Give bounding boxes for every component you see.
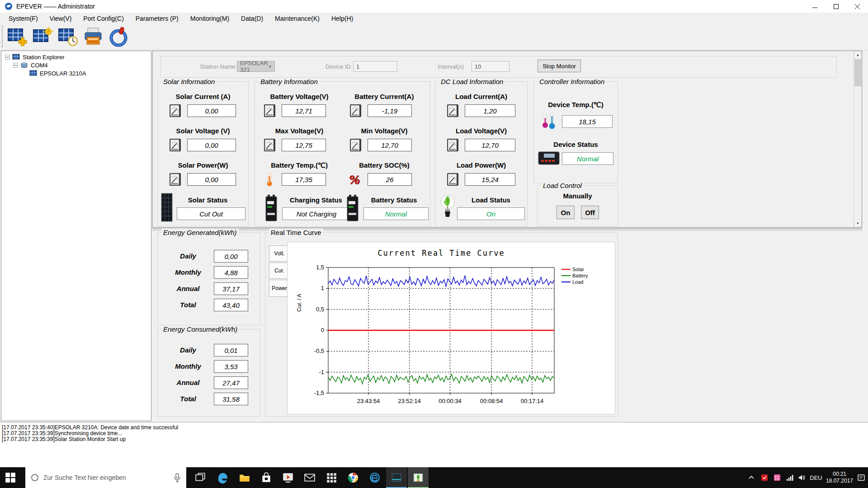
station-monitor-icon[interactable] [32, 26, 53, 48]
scroll-up-arrow[interactable]: ▲ [854, 51, 862, 59]
load-voltage-label: Load Voltage(V) [435, 127, 527, 135]
start-button[interactable] [0, 467, 21, 488]
tree-item-epsolar-3210a[interactable]: EPSOLAR 3210A [29, 69, 86, 77]
menu-help[interactable]: Help(H) [326, 14, 359, 23]
tray-pink-icon[interactable] [771, 467, 783, 488]
svg-text:00:17:14: 00:17:14 [521, 398, 544, 404]
charging-status-value: Not Charging [282, 207, 351, 220]
chrome-icon[interactable] [343, 467, 363, 488]
tray-time: 00:21 [833, 471, 846, 478]
notification-icon[interactable] [855, 467, 867, 488]
print-icon[interactable] [82, 26, 104, 48]
file-explorer-icon[interactable] [234, 467, 255, 488]
app-logo-icon [5, 2, 13, 10]
clock[interactable]: 00:21 18.07.2017 [825, 467, 854, 488]
language-indicator[interactable]: DEU [808, 467, 824, 488]
gauge-icon [445, 138, 460, 152]
gauge-icon [445, 103, 460, 118]
menu-data[interactable]: Data(D) [235, 14, 269, 23]
menu-view[interactable]: View(V) [44, 14, 78, 23]
media-player-icon[interactable] [278, 467, 298, 488]
gen-annual-label: Annual [169, 282, 208, 295]
solar-group-title: Solar Information [161, 78, 217, 85]
dual-thermometer-icon [540, 112, 558, 131]
menu-port-config[interactable]: Port Config(C) [77, 14, 129, 23]
battery-icon [265, 194, 278, 222]
load-voltage-value: 12,70 [465, 139, 515, 151]
maximize-button[interactable] [826, 0, 847, 13]
load-power-label: Load Power(W) [435, 161, 527, 169]
station-name-combo[interactable]: EPSOLAR 321▼ [237, 61, 275, 72]
log-panel: [17.07.2017 23:35:40]EPSOLAR 3210A: Devi… [0, 422, 868, 468]
gen-monthly-value: 4,88 [214, 266, 248, 279]
device-temp-value: 18,15 [562, 115, 613, 128]
edge-icon[interactable] [212, 467, 233, 488]
tree-item-station-explorer[interactable]: Station Explorer [5, 53, 65, 61]
title-bar: EPEVER —— Administrator [0, 0, 868, 13]
load-on-button[interactable]: On [557, 206, 575, 219]
station-explorer-icon [12, 53, 20, 61]
gen-daily-label: Daily [169, 250, 208, 262]
con-total-label: Total [169, 393, 208, 405]
network-icon[interactable] [784, 467, 796, 488]
scrollbar-thumb[interactable] [854, 59, 861, 86]
interval-input[interactable] [472, 61, 509, 72]
gauge-icon [168, 138, 182, 152]
store-icon[interactable] [256, 467, 277, 488]
minimize-button[interactable] [804, 0, 826, 13]
station-name-value: EPSOLAR 321 [240, 60, 268, 73]
solar-status-value: Cut Out [177, 207, 245, 220]
svg-text:Load: Load [572, 279, 583, 285]
gen-daily-value: 0,00 [214, 250, 248, 263]
gauge-icon [168, 103, 182, 118]
station-time-icon[interactable] [57, 26, 79, 48]
svg-text:00:08:54: 00:08:54 [480, 398, 503, 404]
gauge-icon [262, 138, 277, 152]
svg-text:00:00:34: 00:00:34 [439, 398, 462, 404]
taskbar-search[interactable]: Zur Suche Text hier eingeben [25, 467, 186, 488]
internet-explorer-icon[interactable] [364, 467, 385, 488]
taskbar: Zur Suche Text hier eingeben DEU 00:21 1… [0, 467, 868, 488]
panel-scrollbar[interactable]: ▲ ▼ [854, 51, 862, 227]
console-app-icon[interactable] [386, 467, 407, 488]
svg-text:0: 0 [321, 327, 324, 333]
load-current-value: 1,20 [465, 104, 515, 117]
max-voltage-value: 12,75 [282, 139, 326, 151]
tree-item-com4[interactable]: COM4 [13, 61, 48, 69]
menu-monitoring[interactable]: Monitoring(M) [184, 14, 235, 23]
volume-icon[interactable] [796, 467, 807, 488]
close-button[interactable] [847, 0, 868, 13]
scroll-down-arrow[interactable]: ▼ [854, 220, 862, 227]
dc-load-info-group: DC Load Information Load Current(A) 1,20… [435, 81, 528, 227]
battery-temp-label: Battery Temp.(℃) [259, 161, 340, 169]
splitter[interactable] [152, 228, 862, 231]
search-placeholder: Zur Suche Text hier eingeben [43, 474, 126, 481]
menu-maintenance[interactable]: Maintenance(K) [269, 14, 326, 23]
mail-icon[interactable] [299, 467, 320, 488]
epever-app-icon[interactable] [408, 467, 429, 488]
tray-expand-icon[interactable] [745, 467, 758, 488]
microphone-icon[interactable] [174, 473, 181, 482]
dc-load-group-title: DC Load Information [439, 78, 505, 85]
apps-grid-icon[interactable] [321, 467, 342, 488]
station-add-icon[interactable] [6, 26, 28, 48]
tray-red-icon[interactable] [759, 467, 770, 488]
tree-collapse-icon[interactable] [5, 55, 10, 60]
stop-monitor-button[interactable]: Stop Monitor [538, 60, 581, 72]
task-view-icon[interactable] [190, 467, 211, 488]
load-off-button[interactable]: Off [581, 206, 599, 219]
device-temp-label: Device Temp.(℃) [538, 101, 613, 109]
tree-collapse-icon[interactable] [13, 63, 18, 68]
chevron-down-icon: ▼ [268, 64, 272, 69]
menu-parameters[interactable]: Parameters (P) [130, 14, 184, 23]
battery-icon [346, 194, 359, 222]
gauge-icon [262, 103, 277, 118]
battery-status-value: Normal [363, 207, 429, 220]
menu-system[interactable]: System(F) [3, 14, 44, 23]
power-icon[interactable] [108, 26, 129, 48]
device-id-input[interactable] [353, 61, 397, 72]
battery-soc-value: 26 [368, 173, 412, 186]
svg-text:%: % [349, 172, 360, 187]
app-window: EPEVER —— Administrator System(F) View(V… [0, 0, 868, 488]
con-annual-value: 27,47 [214, 376, 248, 389]
